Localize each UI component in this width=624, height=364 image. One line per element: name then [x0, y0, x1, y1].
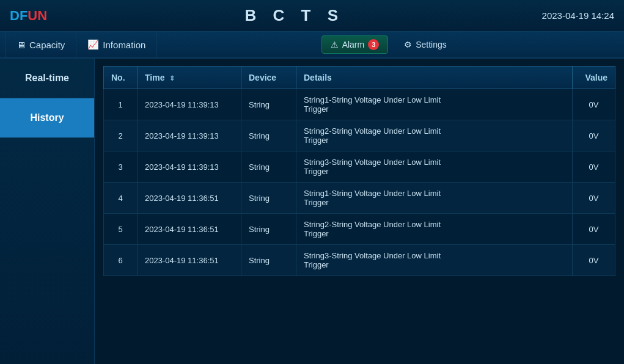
- cell-value: 0V: [573, 214, 615, 245]
- cell-value: 0V: [573, 245, 615, 276]
- table-row: 3 2023-04-19 11:39:13 String String3-Str…: [104, 151, 615, 183]
- header: DFUN B C T S 2023-04-19 14:24: [0, 0, 624, 32]
- col-header-time[interactable]: Time: [138, 67, 241, 89]
- content-area: No. Time Device Details V: [95, 59, 624, 364]
- sidebar-item-realtime[interactable]: Real-time: [0, 59, 94, 98]
- realtime-label: Real-time: [25, 73, 69, 84]
- table-row: 2 2023-04-19 11:39:13 String String2-Str…: [104, 120, 615, 151]
- cell-device: String: [241, 214, 296, 245]
- cell-device: String: [241, 89, 296, 120]
- nav-information[interactable]: 📈 Infomation: [76, 31, 157, 58]
- cell-no: 1: [104, 89, 138, 120]
- information-label: Infomation: [103, 40, 145, 50]
- cell-details: String2-String Voltage Under Low LimitTr…: [296, 214, 573, 245]
- sort-icon: [169, 74, 175, 82]
- information-icon: 📈: [87, 39, 99, 50]
- cell-device: String: [241, 151, 296, 183]
- table-row: 4 2023-04-19 11:36:51 String String1-Str…: [104, 183, 615, 214]
- datetime: 2023-04-19 14:24: [542, 10, 614, 21]
- cell-value: 0V: [573, 183, 615, 214]
- cell-value: 0V: [573, 89, 615, 120]
- cell-device: String: [241, 245, 296, 276]
- cell-time: 2023-04-19 11:39:13: [138, 120, 241, 151]
- settings-icon: ⚙: [404, 40, 412, 49]
- sidebar: Real-time History: [0, 59, 95, 364]
- table-row: 6 2023-04-19 11:36:51 String String3-Str…: [104, 245, 615, 276]
- capacity-icon: 🖥: [17, 40, 26, 50]
- nav-left: 🖥 Capacity 📈 Infomation: [5, 31, 157, 58]
- cell-device: String: [241, 183, 296, 214]
- cell-time: 2023-04-19 11:39:13: [138, 151, 241, 183]
- sidebar-item-history[interactable]: History: [0, 98, 94, 138]
- navbar: 🖥 Capacity 📈 Infomation ⚠ Alarm 3 ⚙ Sett…: [0, 32, 624, 59]
- cell-no: 4: [104, 183, 138, 214]
- settings-button[interactable]: ⚙ Settings: [395, 37, 455, 53]
- table-row: 1 2023-04-19 11:39:13 String String1-Str…: [104, 89, 615, 120]
- cell-value: 0V: [573, 151, 615, 183]
- alarm-icon: ⚠: [331, 40, 339, 49]
- cell-no: 2: [104, 120, 138, 151]
- alarm-badge: 3: [368, 39, 379, 50]
- nav-center: ⚠ Alarm 3 ⚙ Settings: [157, 35, 619, 54]
- cell-time: 2023-04-19 11:36:51: [138, 214, 241, 245]
- alarm-button[interactable]: ⚠ Alarm 3: [321, 35, 389, 54]
- cell-details: String1-String Voltage Under Low LimitTr…: [296, 89, 573, 120]
- logo: DFUN: [10, 8, 47, 24]
- cell-no: 6: [104, 245, 138, 276]
- logo-un: UN: [28, 8, 47, 24]
- col-header-value: Value: [573, 67, 615, 89]
- cell-details: String3-String Voltage Under Low LimitTr…: [296, 151, 573, 183]
- history-label: History: [30, 112, 64, 123]
- nav-capacity[interactable]: 🖥 Capacity: [5, 31, 76, 58]
- col-header-details: Details: [296, 67, 573, 89]
- table-body: 1 2023-04-19 11:39:13 String String1-Str…: [104, 89, 615, 276]
- app-title: B C T S: [47, 6, 541, 25]
- cell-device: String: [241, 120, 296, 151]
- col-header-device: Device: [241, 67, 296, 89]
- cell-time: 2023-04-19 11:36:51: [138, 183, 241, 214]
- alarm-table: No. Time Device Details V: [103, 66, 615, 276]
- table-wrapper[interactable]: No. Time Device Details V: [103, 66, 615, 276]
- cell-details: String1-String Voltage Under Low LimitTr…: [296, 183, 573, 214]
- settings-label: Settings: [416, 40, 447, 49]
- header-right: 2023-04-19 14:24: [542, 10, 614, 21]
- cell-details: String2-String Voltage Under Low LimitTr…: [296, 120, 573, 151]
- logo-df: DF: [10, 8, 28, 24]
- table-row: 5 2023-04-19 11:36:51 String String2-Str…: [104, 214, 615, 245]
- cell-no: 3: [104, 151, 138, 183]
- col-header-no: No.: [104, 67, 138, 89]
- cell-time: 2023-04-19 11:36:51: [138, 245, 241, 276]
- alarm-label: Alarm: [342, 40, 365, 49]
- table-header: No. Time Device Details V: [104, 67, 615, 89]
- cell-no: 5: [104, 214, 138, 245]
- main-layout: Real-time History No. Time: [0, 59, 624, 364]
- cell-time: 2023-04-19 11:39:13: [138, 89, 241, 120]
- cell-value: 0V: [573, 120, 615, 151]
- cell-details: String3-String Voltage Under Low LimitTr…: [296, 245, 573, 276]
- capacity-label: Capacity: [29, 40, 65, 50]
